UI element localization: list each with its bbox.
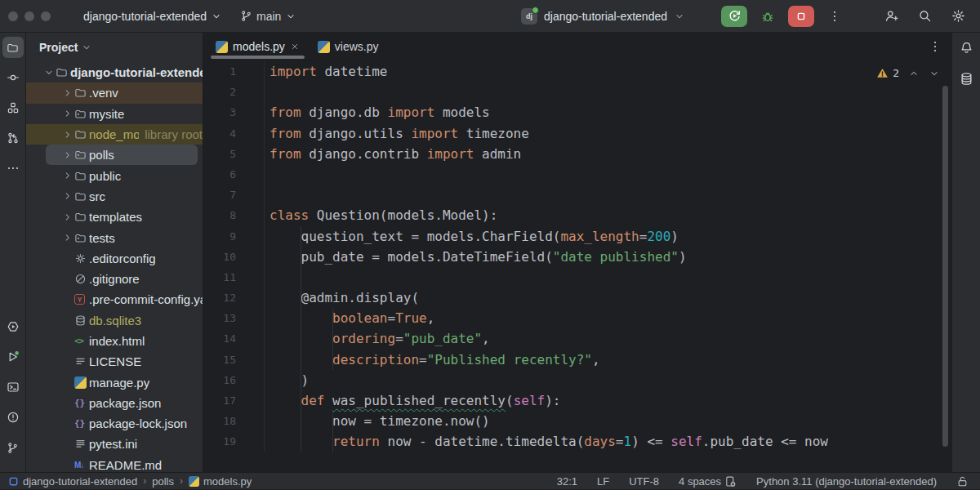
tree-item-mysite[interactable]: mysite: [26, 104, 203, 124]
python-icon: [318, 41, 330, 53]
tool-button-terminal-tool[interactable]: [2, 376, 24, 398]
chevron-right-icon[interactable]: [61, 232, 74, 243]
tool-button-database-tool[interactable]: [960, 72, 973, 89]
tree-item-label: node_modules: [89, 127, 139, 141]
terminal-icon: [7, 381, 20, 394]
tab-models-py[interactable]: models.py: [207, 33, 309, 60]
line-number: 15: [203, 350, 264, 370]
tool-button-commit-tool[interactable]: [2, 67, 24, 88]
tree-item-manage-py[interactable]: manage.py: [26, 372, 203, 392]
chevron-right-icon[interactable]: [61, 129, 74, 140]
zoom-window-button[interactable]: [41, 11, 51, 21]
tool-button-more-tools[interactable]: [2, 158, 24, 179]
left-tool-strip: [0, 33, 26, 472]
minimize-window-button[interactable]: [24, 11, 34, 21]
tool-button-pull-requests-tool[interactable]: [2, 127, 24, 149]
tree-item-label: package-lock.json: [89, 416, 187, 430]
tab-options-icon[interactable]: [929, 40, 942, 53]
project-selector[interactable]: django-tutorial-extended: [83, 10, 222, 23]
tree-item-pytest-ini[interactable]: pytest.ini: [26, 434, 203, 454]
chevron-right-icon[interactable]: [61, 212, 74, 223]
breadcrumb-label: django-tutorial-extended: [23, 475, 137, 488]
code-content: import datetimefrom django.db import mod…: [264, 61, 951, 452]
chevron-down-icon[interactable]: [42, 67, 56, 78]
tab-views-py[interactable]: views.py: [309, 33, 388, 60]
tree-item-gitignore[interactable]: .gitignore: [26, 269, 203, 289]
status-indent-style[interactable]: 4 spaces: [679, 475, 737, 488]
line-number: 12: [203, 287, 264, 308]
debug-button[interactable]: [757, 6, 778, 27]
search-everywhere-button[interactable]: [918, 9, 932, 23]
stop-button[interactable]: [788, 6, 814, 27]
indent-guide: [301, 226, 301, 452]
status-python-interpreter[interactable]: Python 3.11 (django-tutorial-extended): [756, 475, 937, 488]
branch-icon: [7, 442, 19, 454]
code-line: pub_date = models.DateTimeField("date pu…: [270, 247, 951, 267]
run-button[interactable]: [721, 6, 747, 27]
tree-item-tests[interactable]: tests: [26, 227, 203, 247]
code-editor[interactable]: 12345678910111213141516171819 import dat…: [203, 61, 951, 472]
tree-item-package-lock-json[interactable]: package-lock.json: [26, 413, 203, 434]
code-line: from django.contrib import admin: [270, 144, 951, 164]
tree-item-src[interactable]: src: [26, 186, 203, 207]
chevron-right-icon[interactable]: [61, 190, 74, 202]
tree-item-license[interactable]: LICENSE: [26, 351, 203, 372]
code-line: description="Published recently?",: [270, 350, 951, 370]
tool-button-structure-tool[interactable]: [2, 97, 24, 118]
tree-item-polls[interactable]: polls: [46, 145, 198, 165]
editor-scrollbar[interactable]: [942, 86, 948, 447]
breadcrumb-label: models.py: [203, 475, 252, 488]
tree-item-node-modules[interactable]: node_moduleslibrary root: [26, 124, 203, 145]
breadcrumb-item-polls[interactable]: polls: [152, 475, 174, 488]
run-play-icon: [7, 350, 20, 363]
status-file-encoding[interactable]: UTF-8: [629, 475, 659, 488]
tree-item-templates[interactable]: templates: [26, 207, 203, 227]
tree-item-label: .venv: [89, 86, 118, 100]
status-label: Python 3.11 (django-tutorial-extended): [756, 475, 937, 488]
project-panel-header[interactable]: Project: [26, 33, 203, 62]
python-icon: [216, 41, 228, 53]
tree-item-index-html[interactable]: index.html: [26, 331, 203, 351]
status-caret-position[interactable]: 32:1: [557, 475, 577, 488]
chevron-right-icon[interactable]: [61, 149, 74, 161]
tree-item-package-json[interactable]: package.json: [26, 393, 203, 413]
chevron-right-icon[interactable]: [61, 170, 74, 181]
chevron-right-icon[interactable]: [61, 87, 74, 99]
tool-button-git-tool[interactable]: [2, 437, 24, 458]
folder-icon: [74, 170, 87, 182]
tab-label: models.py: [233, 40, 285, 53]
chevron-right-icon[interactable]: [61, 108, 74, 119]
breadcrumb-item-django-tutorial-extended[interactable]: django-tutorial-extended: [8, 475, 137, 488]
breadcrumb-separator: ›: [143, 475, 146, 487]
tree-item-django-tutorial-extended[interactable]: django-tutorial-extended: [26, 62, 203, 82]
close-tab-icon[interactable]: [290, 42, 300, 51]
code-with-me-button[interactable]: [884, 9, 898, 23]
tree-item-public[interactable]: public: [26, 165, 203, 185]
line-number: 11: [203, 267, 264, 287]
run-more-button[interactable]: [824, 6, 845, 27]
tree-item-editorconfig[interactable]: .editorconfig: [26, 248, 203, 269]
tree-item-pre-commit-config-yaml[interactable]: .pre-commit-config.yaml: [26, 289, 203, 310]
inspection-widget[interactable]: 2: [876, 67, 940, 79]
tool-button-run-tool[interactable]: [2, 346, 24, 368]
run-config-selector[interactable]: django-tutorial-extended: [544, 10, 667, 23]
status-file-lock[interactable]: [956, 475, 969, 488]
breadcrumb-item-models-py[interactable]: models.py: [189, 475, 252, 488]
branch-selector[interactable]: main: [240, 10, 296, 23]
tree-item-label: tests: [89, 231, 115, 245]
chevron-down-icon[interactable]: [929, 68, 940, 79]
chevron-up-icon[interactable]: [908, 68, 920, 79]
tool-button-services-tool[interactable]: [2, 316, 24, 337]
tree-item-readme-md[interactable]: README.md: [26, 455, 203, 472]
tool-button-problems-tool[interactable]: [2, 407, 24, 428]
tree-item-db-sqlite3[interactable]: db.sqlite3: [26, 310, 203, 331]
close-window-button[interactable]: [8, 11, 18, 21]
settings-button[interactable]: [951, 9, 965, 23]
line-number: 18: [203, 411, 264, 431]
status-line-separator[interactable]: LF: [597, 475, 609, 488]
tool-button-project-tool[interactable]: [2, 37, 24, 58]
tree-item-label: src: [89, 189, 105, 203]
tree-item-venv[interactable]: .venv: [26, 82, 203, 103]
bell-icon: [960, 41, 973, 55]
tool-button-notifications[interactable]: [960, 41, 973, 58]
